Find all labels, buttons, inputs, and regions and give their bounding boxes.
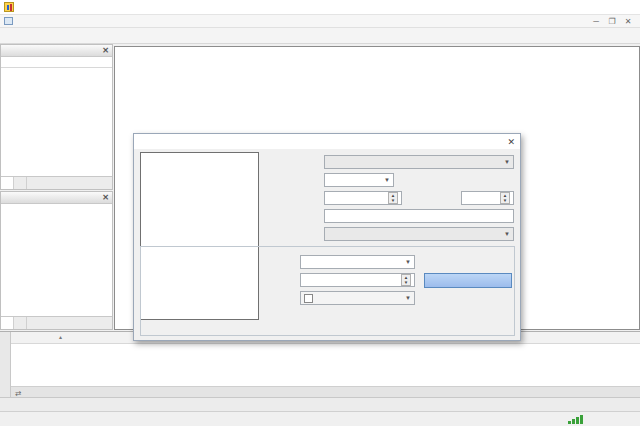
tab-common[interactable]: [1, 317, 14, 329]
at-price-input[interactable]: ▲▼: [300, 273, 415, 287]
market-watch-panel: ✕: [0, 44, 113, 190]
mdi-restore-button[interactable]: ❐: [604, 17, 620, 26]
market-watch-tabs: [1, 176, 112, 189]
place-button[interactable]: [424, 273, 512, 288]
main-toolbar: [0, 28, 640, 44]
menu-bar: ─ ❐ ✕: [0, 15, 640, 28]
navigator-close-icon[interactable]: ✕: [102, 193, 109, 202]
order-dialog-titlebar[interactable]: ✕: [134, 134, 520, 149]
app-icon: [4, 2, 14, 12]
expiry-combo[interactable]: ▼: [300, 291, 415, 305]
chevron-down-icon: ▼: [384, 177, 390, 183]
chevron-down-icon: ▼: [504, 231, 510, 237]
market-watch-column-header: [1, 57, 112, 68]
stop-loss-spinner[interactable]: ▲▼: [388, 192, 398, 204]
pending-type-select[interactable]: ▼: [300, 255, 415, 269]
order-type-select[interactable]: ▼: [324, 227, 514, 241]
chevron-down-icon: ▼: [405, 295, 411, 301]
symbol-select[interactable]: ▼: [324, 155, 514, 169]
take-profit-spinner[interactable]: ▲▼: [500, 192, 510, 204]
title-bar: [0, 0, 640, 15]
mt4-window: ─ ❐ ✕ ✕ ✕: [0, 0, 640, 426]
order-dialog: ✕ ▼ ▼ ▲▼ ▲▼: [133, 133, 521, 341]
mdi-minimize-button[interactable]: ─: [588, 17, 604, 26]
chevron-down-icon: ▼: [405, 259, 411, 265]
navigator-caption: ✕: [1, 192, 112, 204]
take-profit-input[interactable]: ▲▼: [461, 191, 514, 205]
market-watch-close-icon[interactable]: ✕: [102, 46, 109, 55]
sort-icon: ▴: [59, 333, 62, 340]
mdi-close-button[interactable]: ✕: [620, 17, 636, 26]
expiry-checkbox[interactable]: [304, 294, 313, 303]
connection-icon: [568, 415, 584, 424]
close-button[interactable]: [615, 0, 640, 15]
stop-loss-input[interactable]: ▲▼: [324, 191, 402, 205]
navigator-panel: ✕: [0, 191, 113, 330]
tab-symbols[interactable]: [1, 177, 14, 189]
navigator-tabs: [1, 316, 112, 329]
chart-window-icon[interactable]: [4, 17, 13, 25]
market-watch-caption: ✕: [1, 45, 112, 57]
terminal-tabs: [0, 397, 640, 411]
tab-favorites[interactable]: [14, 317, 27, 329]
minimize-button[interactable]: [565, 0, 590, 15]
comment-input[interactable]: [324, 209, 514, 223]
chevron-down-icon: ▼: [504, 159, 510, 165]
order-dialog-close-icon[interactable]: ✕: [507, 137, 515, 147]
maximize-button[interactable]: [590, 0, 615, 15]
at-price-spinner[interactable]: ▲▼: [401, 274, 411, 286]
tab-tick-chart[interactable]: [14, 177, 27, 189]
status-bar: [0, 411, 640, 426]
volume-combo[interactable]: ▼: [324, 173, 394, 187]
